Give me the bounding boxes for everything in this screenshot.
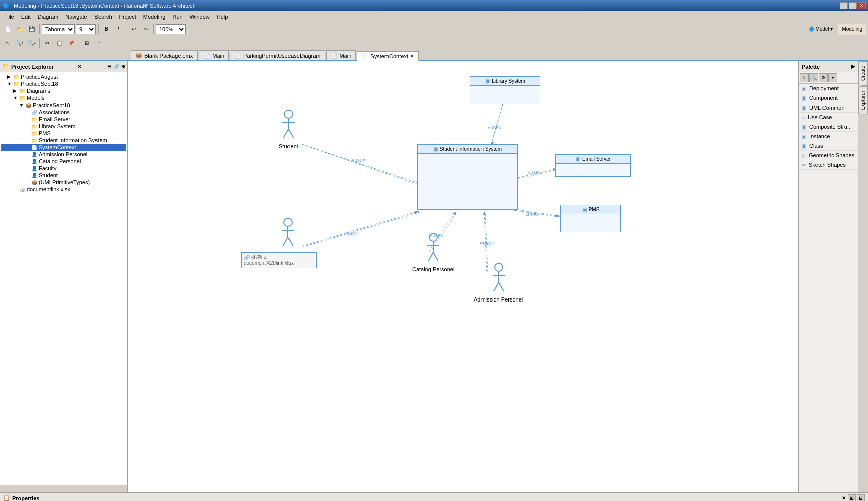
properties-header: 📋 Properties ✕ ⊞ ⊟ xyxy=(0,493,868,501)
tab-systemcontext-close[interactable]: ✕ xyxy=(410,54,414,59)
tree-item-practicesept18[interactable]: ▼ 📁 PracticeSept18 xyxy=(1,80,126,87)
tree-item-pms[interactable]: 📁 PMS xyxy=(1,130,126,137)
palette-select-tool[interactable]: ↖ xyxy=(800,73,809,82)
palette-item-component[interactable]: ▣ Component xyxy=(799,93,858,103)
separator-2 xyxy=(98,24,99,34)
menu-item-window[interactable]: Window xyxy=(187,13,213,21)
new-button[interactable]: 📄 xyxy=(2,24,13,35)
palette-menu-tool[interactable]: ▾ xyxy=(828,73,837,82)
explorer-folder-icon: 📁 xyxy=(2,63,9,70)
cut-button[interactable]: ✂ xyxy=(42,38,53,49)
tree-item-admissionpersonel[interactable]: 👤 Admission Personel xyxy=(1,151,126,158)
font-selector[interactable]: Tahoma xyxy=(42,24,75,34)
tab-main-2[interactable]: 📄 Main xyxy=(326,50,356,60)
menu-item-navigate[interactable]: Navigate xyxy=(62,13,90,21)
tree-item-studentinfo[interactable]: 📁 Student Information System xyxy=(1,137,126,144)
compositestru-icon: ▣ xyxy=(802,124,806,130)
diagram-note-url[interactable]: 🔗 «URL»document%20link.xlsx xyxy=(241,252,317,268)
close-button[interactable]: ✕ xyxy=(858,2,866,9)
component-emailserver[interactable]: ▣ Email Server xyxy=(555,154,631,177)
tree-item-models[interactable]: ▼ 📁 Models xyxy=(1,94,126,102)
tree-item-practicesept18-model[interactable]: ▼ 📦 PracticeSept18 xyxy=(1,102,126,109)
component-librarysystem-label: Library System xyxy=(492,78,525,84)
redo-button[interactable]: ↪ xyxy=(140,24,151,35)
tree-item-umlprimitivetypes[interactable]: 📦 (UMLPrimitiveTypes) xyxy=(1,179,126,186)
tab-systemcontext[interactable]: 📄 SystemContext ✕ xyxy=(357,51,419,61)
tab-parkingpermit[interactable]: 📄 ParkingPermitUsecaseDiagram xyxy=(230,50,325,60)
zoom-selector[interactable]: 100% xyxy=(156,24,186,34)
properties-close-icon[interactable]: ✕ xyxy=(842,495,846,501)
actor-admissionpersonel[interactable]: Admission Personel xyxy=(474,262,523,303)
tree-item-emailserver[interactable]: 📁 Email Server xyxy=(1,116,126,123)
svg-text:«use»: «use» xyxy=(352,157,366,163)
actor-faculty[interactable]: Faculty xyxy=(279,217,297,257)
diagram-area[interactable]: «use» «use» «use» «use» «use» «use» xyxy=(128,61,798,492)
palette-item-geometric[interactable]: ◇ Geometric Shapes xyxy=(799,151,858,160)
paste-button[interactable]: 📌 xyxy=(66,38,77,49)
menu-item-search[interactable]: Search xyxy=(91,13,115,21)
tab-main-1-label: Main xyxy=(212,53,224,59)
palette-item-class[interactable]: ▣ Class xyxy=(799,141,858,151)
italic-button[interactable]: I xyxy=(113,24,124,35)
palette-arrow-icon[interactable]: ▶ xyxy=(851,63,855,70)
tab-main-1[interactable]: 📄 Main xyxy=(199,50,229,60)
tree-item-associations[interactable]: 🔗 Associations xyxy=(1,109,126,116)
palette-item-sketch[interactable]: ✏ Sketch Shapes xyxy=(799,160,858,170)
maximize-button[interactable]: □ xyxy=(849,2,857,9)
align-button[interactable]: ≡ xyxy=(93,38,105,49)
tree-item-catalogpersonel[interactable]: 👤 Catalog Personel xyxy=(1,158,126,165)
palette-item-umlcommon[interactable]: ▣ UML Common xyxy=(799,103,858,113)
tree-item-student[interactable]: 👤 Student xyxy=(1,172,126,179)
collapse-all-icon[interactable]: ⊟ xyxy=(107,64,111,69)
component-librarysystem[interactable]: ▣ Library System xyxy=(470,76,540,104)
props-layout-icon[interactable]: ⊞ xyxy=(848,494,856,502)
modeling-button[interactable]: Modeling xyxy=(838,24,866,35)
tree-item-diagrams[interactable]: ▶ 📁 Diagrams xyxy=(1,87,126,94)
palette-scrollbar[interactable] xyxy=(861,83,868,492)
arrange-button[interactable]: ⊞ xyxy=(81,38,92,49)
minimize-button[interactable]: — xyxy=(840,2,848,9)
select-tool[interactable]: ↖ xyxy=(2,38,13,49)
tree-item-practiceaugust[interactable]: ▶ 📁 PracticeAugust xyxy=(1,73,126,80)
palette-item-compositestru[interactable]: ▣ Composite Stru... xyxy=(799,122,858,132)
tree-item-documentlink[interactable]: 📊 documentlink.xlsx xyxy=(1,186,126,193)
tree-item-faculty[interactable]: 👤 Faculty xyxy=(1,165,126,172)
palette-item-usecase[interactable]: ○ Use Case xyxy=(799,113,858,122)
menu-item-project[interactable]: Project xyxy=(116,13,139,21)
link-with-editor-icon[interactable]: 🔗 xyxy=(113,64,119,69)
zoom-in-button[interactable]: 🔍+ xyxy=(14,38,25,49)
size-selector[interactable]: 9 xyxy=(76,24,96,34)
undo-button[interactable]: ↩ xyxy=(128,24,139,35)
create-tab[interactable]: Create xyxy=(858,61,868,85)
component-pms[interactable]: ▣ PMS xyxy=(560,205,621,232)
bold-button[interactable]: B xyxy=(101,24,112,35)
palette-item-instance[interactable]: ▣ Instance xyxy=(799,132,858,141)
menu-item-edit[interactable]: Edit xyxy=(18,13,34,21)
menu-item-run[interactable]: Run xyxy=(169,13,185,21)
zoom-out-button[interactable]: 🔍- xyxy=(26,38,37,49)
menu-item-diagram[interactable]: Diagram xyxy=(35,13,62,21)
tree-item-systemcontext[interactable]: 📄 SystemContext xyxy=(1,144,126,151)
menu-item-file[interactable]: File xyxy=(2,13,17,21)
properties-panel: 📋 Properties ✕ ⊞ ⊟ 📄 <Freeform> Practice… xyxy=(0,492,868,501)
tree-item-librarysystem[interactable]: 📁 Library System xyxy=(1,123,126,130)
props-expand-icon[interactable]: ⊟ xyxy=(857,494,865,502)
component-studentinfo[interactable]: ▣ Student Information System xyxy=(417,144,518,210)
palette-item-deployment[interactable]: ▣ Deployment xyxy=(799,84,858,93)
tab-blank-package[interactable]: 📦 Blank Package.emx xyxy=(131,50,198,60)
explorer-scrollbar[interactable] xyxy=(0,485,127,492)
save-button[interactable]: 💾 xyxy=(26,24,37,35)
copy-button[interactable]: 📋 xyxy=(54,38,65,49)
palette-settings-tool[interactable]: ⚙ xyxy=(819,73,828,82)
expand-all-icon[interactable]: ⊞ xyxy=(121,64,125,69)
menu-item-modeling[interactable]: Modeling xyxy=(140,13,169,21)
actor-student[interactable]: Student xyxy=(279,109,298,149)
model-button[interactable]: 🔷 Model ▾ xyxy=(805,24,837,35)
palette-search-tool[interactable]: 🔍 xyxy=(809,73,818,82)
menu-item-help[interactable]: Help xyxy=(214,13,231,21)
actor-catalogpersonel[interactable]: Catalog Personel xyxy=(412,232,454,272)
explorer-tab[interactable]: Explorer xyxy=(858,86,868,114)
explorer-close-icon[interactable]: ✕ xyxy=(77,64,81,69)
open-button[interactable]: 📂 xyxy=(14,24,25,35)
component-studentinfo-body xyxy=(418,154,517,169)
